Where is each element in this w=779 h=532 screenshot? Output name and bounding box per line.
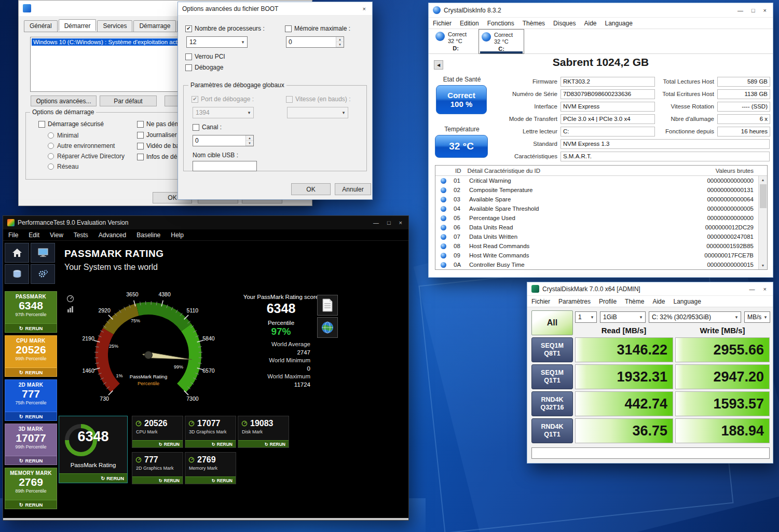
close-button[interactable]: × [363, 6, 366, 12]
close-button[interactable]: × [763, 7, 767, 13]
sidebar-tile-3d[interactable]: 3D MARK 17077 99th Percentile ↻RERUN [5, 424, 57, 465]
rerun-button[interactable]: ↻RERUN [5, 367, 57, 376]
tab-general[interactable]: Général [24, 20, 58, 32]
temperature-button[interactable]: 32 °C [435, 135, 488, 158]
sidebar-tile-2d[interactable]: 2D MARK 777 75th Percentile ↻RERUN [5, 379, 57, 421]
debug-port-select[interactable]: 1394▾ [193, 107, 254, 118]
web-button[interactable] [317, 317, 338, 338]
menu-item[interactable]: Paramètres [554, 298, 595, 305]
menu-item[interactable]: Language [601, 20, 637, 27]
rerun-button[interactable]: ↻RERUN [5, 456, 57, 465]
scroll-thumb[interactable] [760, 184, 767, 208]
tab-demarrage[interactable]: Démarrage [133, 20, 176, 32]
result-tile[interactable]: 777 2D Graphics Mark ↻RERUN [132, 452, 183, 484]
health-status-button[interactable]: Correct 100 % [436, 85, 487, 114]
spin-up-icon[interactable]: ▲ [246, 135, 253, 141]
spin-up-icon[interactable]: ▲ [336, 37, 344, 42]
rerun-button[interactable]: ↻RERUN [59, 473, 127, 483]
smart-attribute-row[interactable]: 01 Critical Warning 00000000000000 [435, 176, 767, 185]
smart-attribute-row[interactable]: 04 Available Spare Threshold 00000000000… [435, 204, 767, 213]
spin-down-icon[interactable]: ▼ [246, 141, 253, 146]
unit-select[interactable]: MB/s▾ [744, 311, 770, 323]
result-tile[interactable]: 17077 3D Graphics Mark ↻RERUN [185, 416, 236, 448]
menu-item[interactable]: Edit [23, 231, 45, 239]
safe-boot-checkbox[interactable]: ✔Démarrage sécurisé [38, 120, 104, 128]
result-tile[interactable]: 20526 CPU Mark ↻RERUN [132, 416, 183, 448]
cancel-button[interactable]: Annuler [335, 183, 371, 195]
result-tile[interactable]: 19083 Disk Mark ↻RERUN [238, 416, 289, 448]
menu-item[interactable]: Language [669, 298, 705, 305]
channel-checkbox[interactable]: ✔Canal : [193, 124, 222, 131]
smart-attribute-row[interactable]: 08 Host Read Commands 00000001592B85 [435, 241, 767, 251]
rerun-button[interactable]: ↻RERUN [238, 440, 289, 447]
tab-demarrer[interactable]: Démarrer [59, 19, 97, 31]
smart-attribute-row[interactable]: 02 Composite Temperature 00000000000131 [435, 185, 767, 195]
max-memory-spinner[interactable]: 0▲▼ [286, 36, 344, 48]
safe-boot-radio[interactable]: Réseau [48, 163, 125, 170]
dialog-titlebar[interactable]: Options avancées du fichier BOOT × [178, 2, 372, 16]
boot-entry-selected[interactable]: Windows 10 (C:\Windows) : Système d'expl… [32, 38, 188, 46]
smart-attribute-row[interactable]: 05 Percentage Used 00000000000000 [435, 213, 767, 223]
result-tile[interactable]: 2769 Memory Mark ↻RERUN [185, 452, 236, 484]
test-type-button[interactable]: RND4K Q32T16 [531, 391, 573, 416]
scroll-down-button[interactable]: ▼ [761, 262, 765, 269]
menu-item[interactable]: Fichier [527, 298, 554, 305]
cdm-titlebar[interactable]: CrystalDiskMark 7.0.0 x64 [ADMIN] — × [527, 282, 773, 296]
safe-boot-radio[interactable]: Minimal [48, 132, 125, 139]
menu-item[interactable]: Profile [595, 298, 621, 305]
test-size-select[interactable]: 1GiB▾ [600, 311, 646, 323]
test-type-button[interactable]: SEQ1M Q8T1 [531, 337, 573, 362]
ok-button[interactable]: OK [291, 183, 331, 195]
menu-item[interactable]: Aide [648, 298, 669, 305]
processors-checkbox[interactable]: ✔Nombre de processeurs : [185, 25, 265, 32]
spin-down-icon[interactable]: ▼ [336, 42, 344, 47]
rerun-button[interactable]: ↻RERUN [132, 476, 183, 484]
menu-item[interactable]: Fichier [429, 20, 456, 27]
pci-lock-checkbox[interactable]: ✔Verrou PCI [185, 53, 225, 60]
rerun-button[interactable]: ↻RERUN [5, 500, 57, 509]
close-button[interactable]: × [399, 220, 402, 226]
smart-scrollbar[interactable]: ▲ ▼ [758, 176, 767, 269]
settings-button[interactable] [31, 264, 55, 284]
test-type-button[interactable]: RND4K Q1T1 [531, 418, 573, 443]
usb-target-input[interactable] [193, 161, 257, 171]
menu-item[interactable]: View [45, 231, 69, 239]
processors-select[interactable]: 12▾ [186, 36, 248, 48]
channel-spinner[interactable]: 0▲▼ [193, 135, 254, 146]
target-drive-select[interactable]: C: 32% (302/953GiB)▾ [649, 311, 741, 323]
maximize-button[interactable]: □ [387, 220, 391, 226]
smart-attribute-row[interactable]: 0A Controller Busy Time 00000000000015 [435, 260, 767, 269]
comment-input[interactable] [531, 447, 770, 459]
menu-item[interactable]: Advanced [93, 231, 131, 239]
rerun-button[interactable]: ↻RERUN [185, 476, 236, 484]
disk-button[interactable] [5, 264, 29, 284]
scroll-up-button[interactable]: ▲ [761, 176, 765, 184]
home-button[interactable] [5, 243, 29, 263]
menu-item[interactable]: Tests [69, 231, 93, 239]
sidebar-tile-passmark[interactable]: PASSMARK 6348 97th Percentile ↻RERUN [5, 291, 57, 333]
menu-item[interactable]: Fonctions [483, 20, 518, 27]
menu-item[interactable]: Thèmes [518, 20, 549, 27]
tab-services[interactable]: Services [97, 20, 132, 32]
safe-boot-radio[interactable]: Réparer Active Directory [48, 153, 125, 160]
pt-window-resize-edge[interactable] [3, 518, 408, 520]
rerun-button[interactable]: ↻RERUN [132, 440, 183, 447]
drive-tab-c[interactable]: Correct 32 °C C: [479, 29, 524, 54]
menu-item[interactable]: Disques [549, 20, 580, 27]
close-button[interactable]: × [763, 286, 767, 292]
sidebar-tile-memory[interactable]: MEMORY MARK 2769 89th Percentile ↻RERUN [5, 468, 57, 509]
sidebar-tile-cpu[interactable]: CPU MARK 20526 99th Percentile ↻RERUN [5, 335, 57, 377]
baud-rate-checkbox[interactable]: ✔Vitesse (en bauds) : [286, 96, 351, 103]
smart-attribute-row[interactable]: 06 Data Units Read 0000000012DC29 [435, 223, 767, 232]
drive-tab-d[interactable]: Correct 32 °C D: [433, 29, 479, 54]
debug-checkbox[interactable]: ✔Débogage [185, 64, 223, 71]
maximize-button[interactable]: □ [751, 7, 755, 13]
minimize-button[interactable]: — [373, 220, 379, 226]
minimize-button[interactable]: — [749, 286, 755, 292]
menu-item[interactable]: File [3, 231, 23, 239]
test-type-button[interactable]: SEQ1M Q1T1 [531, 364, 573, 389]
test-count-select[interactable]: 1▾ [575, 311, 597, 323]
rerun-button[interactable]: ↻RERUN [5, 412, 57, 420]
cdi-titlebar[interactable]: CrystalDiskInfo 8.3.2 — □ × [429, 3, 773, 18]
rerun-button[interactable]: ↻RERUN [185, 440, 236, 447]
